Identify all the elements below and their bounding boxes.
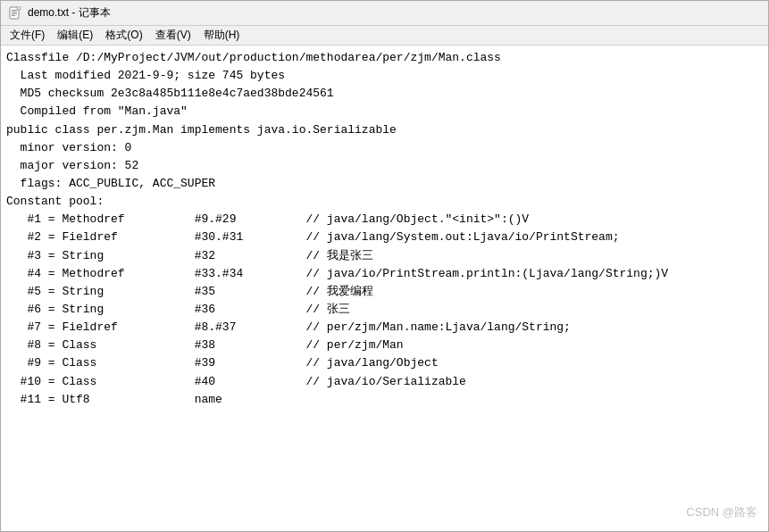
code-line: flags: ACC_PUBLIC, ACC_SUPER [6,175,763,193]
code-line: #6 = String #36 // 张三 [6,301,763,319]
code-line: Constant pool: [6,193,763,211]
title-bar: demo.txt - 记事本 [1,1,768,26]
notepad-icon [8,6,22,21]
code-line: #1 = Methodref #9.#29 // java/lang/Objec… [6,211,763,229]
menu-edit[interactable]: 编辑(E) [52,27,98,44]
code-line: #9 = Class #39 // java/lang/Object [6,354,763,372]
code-line: #5 = String #35 // 我爱编程 [6,283,763,301]
code-line: #10 = Class #40 // java/io/Serializable [6,373,763,391]
svg-rect-5 [17,6,21,10]
code-line: #4 = Methodref #33.#34 // java/io/PrintS… [6,265,763,283]
code-line: Classfile /D:/MyProject/JVM/out/producti… [6,49,763,67]
content-area[interactable]: Classfile /D:/MyProject/JVM/out/producti… [1,46,768,531]
menu-view[interactable]: 查看(V) [150,27,196,44]
code-line: #8 = Class #38 // per/zjm/Man [6,337,763,354]
svg-rect-4 [12,15,15,16]
code-line: #3 = String #32 // 我是张三 [6,247,763,265]
svg-rect-3 [12,13,17,14]
code-line: #7 = Fieldref #8.#37 // per/zjm/Man.name… [6,319,763,337]
code-line: #11 = Utf8 name [6,391,763,409]
svg-rect-1 [12,10,17,11]
code-line: minor version: 0 [6,139,763,157]
notepad-window: demo.txt - 记事本 文件(F) 编辑(E) 格式(O) 查看(V) 帮… [0,0,769,532]
menu-file[interactable]: 文件(F) [4,27,50,44]
code-line: Compiled from "Man.java" [6,103,763,121]
watermark: CSDN @路客 [686,504,757,520]
code-line: Last modified 2021-9-9; size 745 bytes [6,67,763,85]
code-line: public class per.zjm.Man implements java… [6,121,763,139]
svg-rect-2 [12,12,17,12]
menu-format[interactable]: 格式(O) [100,27,147,44]
code-line: #2 = Fieldref #30.#31 // java/lang/Syste… [6,229,763,246]
code-line: major version: 52 [6,157,763,175]
menu-bar: 文件(F) 编辑(E) 格式(O) 查看(V) 帮助(H) [1,26,768,46]
title-bar-text: demo.txt - 记事本 [28,5,111,21]
code-line: MD5 checksum 2e3c8a485b111e8e4c7aed38bde… [6,85,763,103]
menu-help[interactable]: 帮助(H) [198,27,246,44]
